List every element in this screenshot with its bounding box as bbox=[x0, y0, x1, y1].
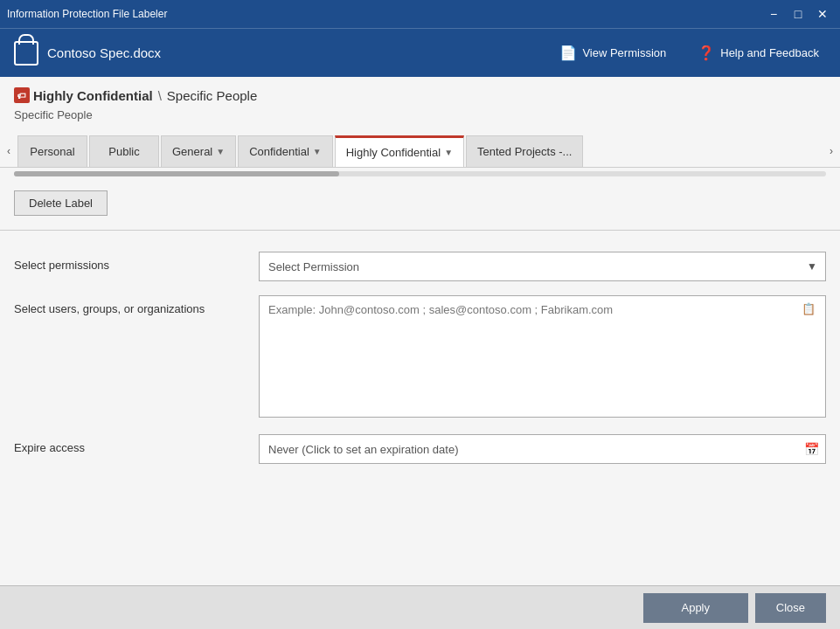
expire-access-row: Expire access 📅 bbox=[14, 434, 826, 464]
breadcrumb-separator: \ bbox=[158, 88, 162, 103]
footer: Apply Close bbox=[0, 585, 840, 629]
header-right: 📄 View Permission ❓ Help and Feedback bbox=[552, 41, 826, 65]
permission-icon: 📄 bbox=[559, 45, 577, 61]
label-icon: 🏷 bbox=[14, 87, 30, 103]
tab-personal[interactable]: Personal bbox=[17, 135, 87, 167]
help-feedback-button[interactable]: ❓ Help and Feedback bbox=[691, 41, 826, 65]
scroll-right-arrow[interactable]: › bbox=[823, 135, 840, 167]
expire-access-control: 📅 bbox=[259, 434, 826, 464]
users-textarea-wrapper: 📋 bbox=[259, 295, 826, 420]
tab-public[interactable]: Public bbox=[89, 135, 159, 167]
delete-label-button[interactable]: Delete Label bbox=[14, 190, 108, 216]
header-bar: Contoso Spec.docx 📄 View Permission ❓ He… bbox=[0, 28, 840, 77]
tabs-row: Personal Public General ▼ Confidential ▼… bbox=[17, 135, 823, 167]
select-permission-wrapper: Select Permission ▼ bbox=[259, 252, 826, 281]
title-bar-controls: − □ ✕ bbox=[763, 3, 833, 24]
expire-input-wrapper: 📅 bbox=[259, 434, 826, 464]
expire-access-input[interactable] bbox=[259, 434, 826, 464]
restore-button[interactable]: □ bbox=[788, 3, 809, 24]
tab-highly-confidential-dropdown-icon: ▼ bbox=[444, 148, 453, 157]
tab-highly-confidential[interactable]: Highly Confidential ▼ bbox=[335, 135, 464, 167]
title-bar-title: Information Protection File Labeler bbox=[7, 8, 167, 20]
title-bar-left: Information Protection File Labeler bbox=[7, 8, 167, 20]
view-permission-button[interactable]: 📄 View Permission bbox=[552, 41, 673, 65]
close-button[interactable]: Close bbox=[755, 593, 826, 623]
divider bbox=[0, 230, 840, 231]
delete-label-area: Delete Label bbox=[0, 180, 840, 230]
select-permissions-label: Select permissions bbox=[14, 252, 259, 272]
app-window: Information Protection File Labeler − □ … bbox=[0, 0, 840, 629]
title-bar: Information Protection File Labeler − □ … bbox=[0, 0, 840, 28]
apply-button[interactable]: Apply bbox=[643, 593, 748, 623]
tab-container: ‹ Personal Public General ▼ Confidential… bbox=[0, 128, 840, 168]
help-icon: ❓ bbox=[698, 45, 715, 61]
select-permissions-row: Select permissions Select Permission ▼ bbox=[14, 252, 826, 281]
contacts-book-icon[interactable]: 📋 bbox=[802, 302, 819, 320]
select-users-row: Select users, groups, or organizations 📋 bbox=[14, 295, 826, 420]
tab-confidential-dropdown-icon: ▼ bbox=[313, 147, 322, 156]
lock-icon bbox=[14, 41, 38, 66]
tab-confidential[interactable]: Confidential ▼ bbox=[238, 135, 333, 167]
select-users-control: 📋 bbox=[259, 295, 826, 420]
expire-access-label: Expire access bbox=[14, 434, 259, 454]
form-area: Select permissions Select Permission ▼ S… bbox=[0, 238, 840, 492]
scroll-left-arrow[interactable]: ‹ bbox=[0, 135, 17, 167]
tab-general-dropdown-icon: ▼ bbox=[216, 147, 225, 156]
header-left: Contoso Spec.docx bbox=[14, 41, 161, 66]
tab-scrollbar-container bbox=[0, 168, 840, 180]
close-window-button[interactable]: ✕ bbox=[812, 3, 833, 24]
tab-scrollbar-track[interactable] bbox=[14, 171, 826, 176]
select-users-label: Select users, groups, or organizations bbox=[14, 295, 259, 315]
breadcrumb-sublabel: Specific People bbox=[167, 88, 257, 103]
tab-scrollbar-thumb bbox=[14, 171, 339, 176]
tab-general[interactable]: General ▼ bbox=[161, 135, 236, 167]
header-filename: Contoso Spec.docx bbox=[47, 45, 161, 60]
users-textarea[interactable] bbox=[259, 295, 826, 418]
tabs-scroll-area: ‹ Personal Public General ▼ Confidential… bbox=[0, 135, 840, 167]
minimize-button[interactable]: − bbox=[763, 3, 784, 24]
breadcrumb-label: Highly Confidential bbox=[33, 88, 153, 103]
select-permission-dropdown[interactable]: Select Permission bbox=[259, 252, 826, 281]
label-description: Specific People bbox=[0, 107, 840, 128]
breadcrumb-area: 🏷 Highly Confidential \ Specific People bbox=[0, 77, 840, 107]
calendar-icon[interactable]: 📅 bbox=[804, 442, 819, 456]
select-permissions-control: Select Permission ▼ bbox=[259, 252, 826, 281]
tab-tented-projects[interactable]: Tented Projects -... bbox=[466, 135, 583, 167]
